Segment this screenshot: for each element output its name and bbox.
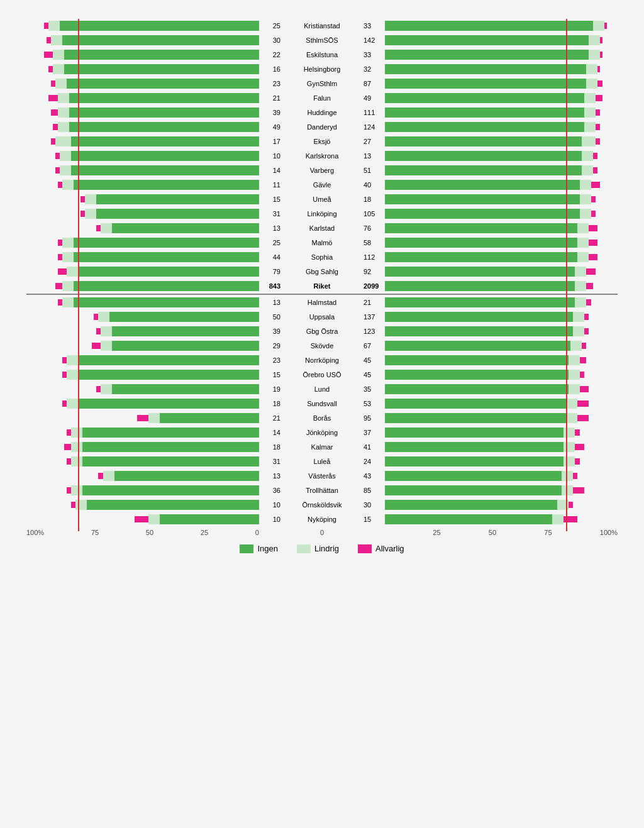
- right-count: 92: [361, 268, 385, 275]
- bar-lightgreen-left: [71, 428, 82, 438]
- bar-green-left: [78, 355, 259, 365]
- chart-row: 44Sophia112: [26, 250, 618, 264]
- left-bars: [26, 485, 259, 496]
- row-label: 30SthlmSÖS142: [259, 36, 385, 44]
- bar-green-right: [385, 136, 582, 146]
- row-label: 14Jönköping37: [259, 429, 385, 436]
- hospital-name: Gbg Sahlg: [283, 268, 361, 275]
- right-count: 32: [361, 65, 385, 73]
- chart-row: 10Nyköping15: [26, 512, 618, 526]
- bar-lightgreen-right: [569, 370, 580, 380]
- right-count: 45: [361, 371, 385, 378]
- right-bars: [385, 179, 618, 190]
- bar-green-left: [69, 108, 259, 118]
- right-bars: [385, 297, 618, 308]
- row-label: 11Gävle40: [259, 181, 385, 189]
- bar-green-left: [96, 209, 259, 219]
- left-count: 39: [259, 109, 283, 116]
- left-bars: [26, 179, 259, 190]
- left-bars: [26, 412, 259, 424]
- right-bars: [385, 107, 618, 118]
- hospital-name: Halmstad: [283, 299, 361, 306]
- bar-lightgreen-right: [564, 428, 575, 438]
- bar-green-left: [78, 267, 259, 277]
- left-count: 31: [259, 458, 283, 465]
- bar-green-right: [385, 267, 575, 277]
- bar-green-right: [385, 209, 580, 219]
- bar-lightgreen-right: [566, 413, 577, 423]
- bar-pink-right: [573, 473, 577, 479]
- bar-pink-left: [137, 415, 148, 421]
- bar-pink-left: [55, 167, 60, 174]
- bar-lightgreen-left: [51, 35, 62, 45]
- right-bars: [385, 412, 618, 424]
- bar-pink-left: [48, 95, 57, 101]
- right-count: 33: [361, 51, 385, 58]
- bar-green-left: [87, 500, 259, 510]
- chart-row: 39Huddinge111: [26, 106, 618, 119]
- bar-green-left: [71, 136, 259, 146]
- bar-green-left: [71, 151, 259, 161]
- bar-lightgreen-right: [580, 180, 591, 190]
- left-bars: [26, 237, 259, 248]
- bar-green-left: [82, 428, 259, 438]
- row-label: 10Karlskrona13: [259, 152, 385, 160]
- x-right-50: 50: [489, 529, 496, 536]
- right-count: 67: [361, 342, 385, 350]
- chart-row: 21Borås95: [26, 411, 618, 425]
- riket-separator: [26, 294, 618, 295]
- row-label: 50Uppsala137: [259, 313, 385, 321]
- bar-green-right: [385, 442, 564, 452]
- row-label: 21Borås95: [259, 414, 385, 422]
- right-bars: [385, 63, 618, 75]
- bar-lightgreen-right: [580, 209, 591, 219]
- chart-row: 16Helsingborg32: [26, 62, 618, 76]
- bar-lightgreen-left: [101, 326, 112, 336]
- bar-lightgreen-right: [552, 514, 564, 524]
- bar-lightgreen-right: [589, 50, 600, 60]
- right-bars: [385, 311, 618, 323]
- row-label: 44Sophia112: [259, 253, 385, 261]
- hospital-name: Gbg Östra: [283, 328, 361, 335]
- legend-color-box: [358, 544, 372, 553]
- chart-row: 31Linköping105: [26, 207, 618, 221]
- bar-pink-right: [597, 80, 602, 87]
- left-count: 10: [259, 501, 283, 509]
- right-bars: [385, 384, 618, 395]
- left-count: 21: [259, 94, 283, 102]
- bar-lightgreen-right: [570, 341, 582, 351]
- bar-lightgreen-right: [562, 471, 573, 481]
- row-label: 17Eksjö27: [259, 138, 385, 145]
- bar-pink-right: [596, 138, 600, 145]
- row-label: 10Örnsköldsvik30: [259, 501, 385, 509]
- x-center-0: 0: [320, 529, 324, 536]
- right-bars: [385, 427, 618, 438]
- bar-lightgreen-left: [101, 223, 112, 233]
- bar-green-left: [64, 50, 259, 60]
- left-count: 10: [259, 152, 283, 160]
- bar-green-left: [78, 370, 259, 380]
- bar-green-right: [385, 428, 564, 438]
- bar-pink-right: [597, 66, 600, 72]
- bar-lightgreen-left: [60, 151, 71, 161]
- left-bars: [26, 384, 259, 395]
- bar-pink-right: [589, 225, 597, 231]
- left-count: 13: [259, 224, 283, 232]
- left-count: 36: [259, 487, 283, 494]
- x-right-25: 25: [433, 529, 440, 536]
- left-count: 22: [259, 51, 283, 58]
- right-count: 51: [361, 167, 385, 174]
- chart-row: 23GynSthlm87: [26, 77, 618, 91]
- bar-green-right: [385, 370, 569, 380]
- right-count: 45: [361, 356, 385, 364]
- chart-row: 39Gbg Östra123: [26, 324, 618, 338]
- hospital-name: Lund: [283, 385, 361, 393]
- right-count: 41: [361, 443, 385, 451]
- bar-lightgreen-left: [71, 442, 82, 452]
- bar-green-left: [109, 312, 259, 322]
- bar-lightgreen-right: [582, 151, 593, 161]
- left-bars: [26, 441, 259, 453]
- right-bars: [385, 266, 618, 277]
- bar-pink-left: [47, 37, 51, 43]
- right-count: 111: [361, 109, 385, 116]
